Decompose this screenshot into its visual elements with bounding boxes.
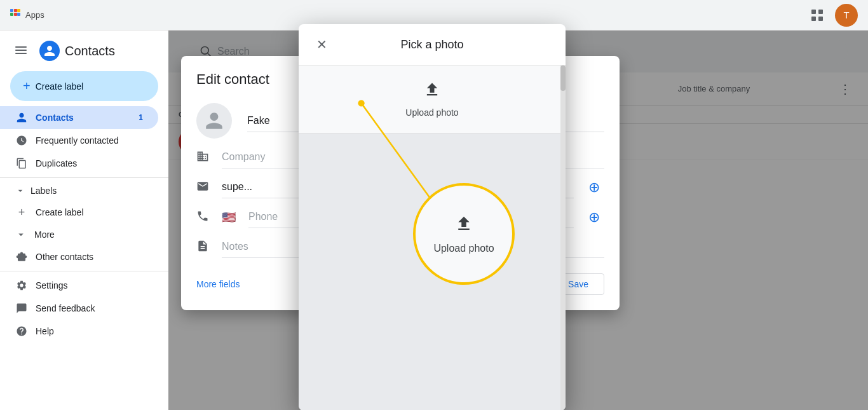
other-contacts-label: Other contacts — [36, 252, 93, 262]
dialog-title: Pick a photo — [342, 38, 522, 51]
svg-rect-10 — [15, 46, 27, 48]
upload-photo-option[interactable]: Upload photo — [299, 65, 566, 133]
sidebar-item-frequently-label: Frequently contacted — [36, 135, 119, 146]
svg-rect-2 — [17, 9, 20, 12]
dialog-body — [299, 133, 566, 410]
divider-1 — [0, 177, 168, 178]
app-logo: Contacts — [39, 41, 115, 61]
scrollbar-track[interactable] — [560, 65, 566, 410]
labels-label: Labels — [31, 186, 57, 196]
flag-icon: 🇺🇸 — [222, 210, 236, 224]
contacts-logo-icon — [39, 41, 60, 61]
send-feedback-label: Send feedback — [36, 303, 95, 313]
apps-area: Apps — [10, 9, 44, 21]
svg-rect-11 — [15, 50, 27, 51]
scrollbar-thumb[interactable] — [560, 65, 566, 91]
svg-rect-9 — [818, 17, 823, 21]
sidebar-item-create-label[interactable]: + Create label — [0, 201, 158, 224]
contacts-icon — [15, 111, 28, 124]
svg-rect-5 — [17, 13, 20, 16]
labels-section[interactable]: Labels — [0, 181, 168, 201]
svg-rect-3 — [10, 13, 13, 16]
duplicates-icon — [15, 157, 28, 170]
sidebar-item-settings[interactable]: Settings — [0, 274, 158, 297]
help-icon — [15, 325, 28, 338]
topbar-right: T — [804, 3, 858, 28]
sidebar-item-more[interactable]: More — [0, 224, 158, 245]
sidebar: Contacts + Create label Contacts 1 Frequ… — [0, 31, 168, 410]
other-contacts-icon — [15, 250, 28, 263]
create-label-text: Create label — [36, 207, 84, 217]
sidebar-item-contacts-label: Contacts — [36, 113, 74, 123]
dialog-header: ✕ Pick a photo — [299, 24, 566, 65]
sidebar-item-duplicates[interactable]: Duplicates — [0, 152, 158, 175]
add-email-button[interactable]: ⊕ — [584, 179, 604, 196]
settings-label: Settings — [36, 280, 68, 290]
divider-2 — [0, 271, 168, 271]
create-label-icon: + — [15, 206, 28, 219]
svg-rect-7 — [818, 10, 823, 14]
upload-arrow-icon — [423, 81, 441, 102]
sidebar-item-help[interactable]: Help — [0, 320, 158, 343]
user-avatar[interactable]: T — [835, 4, 858, 27]
sidebar-item-other-contacts[interactable]: Other contacts — [0, 245, 158, 268]
apps-label: Apps — [25, 10, 44, 20]
svg-rect-4 — [14, 13, 17, 16]
dialog-close-button[interactable]: ✕ — [311, 34, 332, 55]
app-title: Contacts — [65, 44, 115, 58]
phone-icon — [196, 210, 212, 225]
sidebar-item-frequently[interactable]: Frequently contacted — [0, 129, 158, 152]
send-feedback-icon — [15, 302, 28, 315]
hamburger-button[interactable] — [10, 41, 32, 61]
sidebar-item-send-feedback[interactable]: Send feedback — [0, 297, 158, 320]
add-phone-button[interactable]: ⊕ — [584, 209, 604, 226]
svg-rect-6 — [811, 10, 816, 14]
svg-rect-12 — [15, 53, 27, 54]
dialog-content: Upload photo — [299, 65, 566, 410]
email-icon — [196, 180, 212, 195]
photo-dialog: ✕ Pick a photo Upload photo — [299, 24, 566, 410]
svg-rect-8 — [811, 17, 816, 21]
more-label: More — [34, 229, 55, 240]
google-grid-icon — [10, 9, 20, 21]
more-icon — [15, 229, 27, 240]
sidebar-header: Contacts — [0, 36, 168, 66]
notes-icon — [196, 240, 212, 255]
contacts-badge: 1 — [139, 113, 143, 122]
help-label: Help — [36, 326, 54, 336]
create-contact-label: Create label — [36, 81, 84, 92]
upload-label: Upload photo — [405, 107, 458, 118]
contact-avatar-form — [196, 103, 232, 139]
frequently-icon — [15, 134, 28, 147]
svg-rect-1 — [14, 9, 17, 12]
svg-rect-0 — [10, 9, 13, 12]
company-icon — [196, 150, 212, 165]
apps-grid-button[interactable] — [804, 3, 830, 28]
more-fields-button[interactable]: More fields — [196, 279, 240, 289]
chevron-down-icon — [15, 186, 25, 196]
sidebar-item-contacts[interactable]: Contacts 1 — [0, 106, 158, 129]
sidebar-item-duplicates-label: Duplicates — [36, 158, 77, 168]
create-contact-button[interactable]: + Create label — [10, 71, 158, 101]
plus-icon: + — [23, 79, 31, 93]
settings-icon — [15, 279, 28, 292]
